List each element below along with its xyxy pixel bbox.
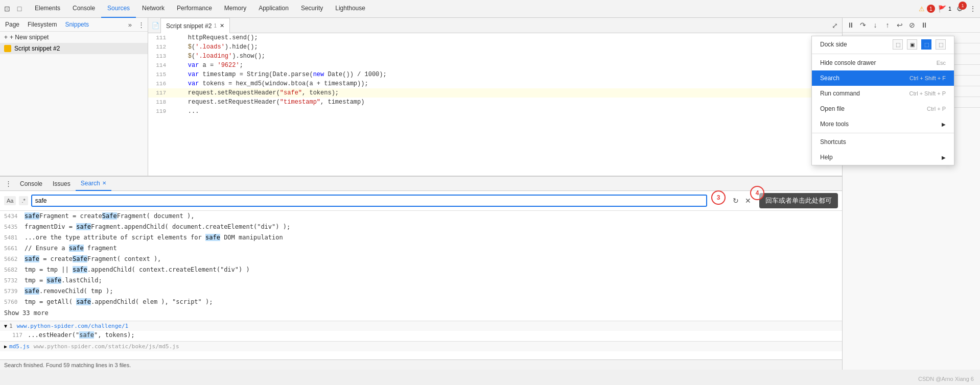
result-line-5434[interactable]: 5434 safeFragment = createSafeFragment( … (0, 211, 842, 222)
async-icon[interactable]: ⏸ (919, 20, 929, 30)
more-tabs-icon[interactable]: » (128, 21, 132, 29)
bottom-panel-drag-icon[interactable]: ⋮ (2, 180, 15, 187)
result-line-5739[interactable]: 5739 safe.removeChild( tmp ); (0, 286, 842, 297)
search-actions: ↻ ✕ (731, 196, 753, 206)
close-tab-icon[interactable]: ✕ (220, 22, 224, 29)
tab-security[interactable]: Security (295, 0, 329, 18)
code-line-119: 119 ... (148, 107, 842, 116)
device-icon[interactable]: □ (14, 4, 25, 14)
file-result-2-arrow-icon: ▶ (4, 344, 7, 349)
toolbar-icons-left: ⊡ □ (2, 4, 25, 14)
search-results[interactable]: 5434 safeFragment = createSafeFragment( … (0, 211, 842, 359)
show-more-button[interactable]: Show 33 more (0, 307, 842, 319)
more-tools-arrow-icon: ▶ (942, 122, 946, 127)
left-panel-tabs: Page Filesystem Snippets » ⋮ (0, 18, 148, 32)
hide-console-item[interactable]: Hide console drawer Esc (812, 55, 954, 70)
close-search-tab-icon[interactable]: ✕ (102, 180, 106, 186)
main-toolbar: ⊡ □ Elements Console Sources Network Per… (0, 0, 980, 18)
tab-snippets[interactable]: Snippets (63, 20, 91, 29)
annotation-3: 3 (711, 190, 726, 205)
result-line-5732[interactable]: 5732 tmp = safe.lastChild; (0, 275, 842, 286)
search-item[interactable]: Search Ctrl + Shift + F (812, 70, 954, 86)
run-command-item[interactable]: Run command Ctrl + Shift + P (812, 86, 954, 101)
tab-search-bottom[interactable]: Search ✕ (76, 177, 111, 191)
maximize-icon[interactable]: ⤢ (830, 20, 840, 31)
main-layout: Page Filesystem Snippets » ⋮ + + New sni… (0, 18, 980, 370)
search-input-wrap: 3 (31, 195, 707, 207)
help-item[interactable]: Help ▶ (812, 150, 954, 165)
tab-elements[interactable]: Elements (29, 0, 66, 18)
editor-tab-snippet[interactable]: Script snippet #2 1 ✕ (160, 18, 230, 33)
tab-memory[interactable]: Memory (218, 0, 252, 18)
bottom-status: Search finished. Found 59 matching lines… (0, 359, 842, 370)
result-line-5682[interactable]: 5682 tmp = tmp || safe.appendChild( cont… (0, 264, 842, 275)
snippet-icon (4, 45, 11, 52)
deactivate-icon[interactable]: ⊘ (907, 20, 917, 30)
add-snippet-button[interactable]: + + New snippet (0, 32, 148, 43)
file-result-1-match[interactable]: 117 ...estHeader("safe", tokens); (0, 331, 842, 339)
dock-side-row: Dock side ⬚ ▣ ⬚ ⬚ (812, 36, 954, 53)
warning-icon: ⚠ (919, 5, 925, 13)
dock-bottom-icon[interactable]: ⬚ (921, 39, 931, 50)
tab-network[interactable]: Network (136, 0, 171, 18)
refresh-search-button[interactable]: ↻ (731, 196, 741, 206)
settings-badge: 1 (959, 2, 967, 10)
shortcuts-item[interactable]: Shortcuts (812, 134, 954, 150)
tab-filesystem[interactable]: Filesystem (26, 20, 59, 29)
match-case-button[interactable]: Aa (4, 196, 16, 205)
step-into-icon[interactable]: ↓ (870, 20, 880, 30)
file-result-1-header[interactable]: ▼ 1 www.python-spider.com/challenge/1 (0, 321, 842, 331)
info-icon: 🚩 (938, 5, 946, 13)
dock-icons: ⬚ ▣ ⬚ ⬚ (893, 39, 946, 50)
file-result-1: ▼ 1 www.python-spider.com/challenge/1 11… (0, 321, 842, 339)
result-line-5662[interactable]: 5662 safe = createSafeFragment( context … (0, 254, 842, 264)
more-options-icon[interactable]: ⋮ (968, 4, 978, 14)
file-icon[interactable]: 📄 (150, 20, 160, 31)
bottom-tabs: ⋮ Console Issues Search ✕ (0, 177, 842, 191)
search-input[interactable] (31, 195, 707, 207)
pause-icon[interactable]: ⏸ (846, 20, 856, 30)
help-arrow-icon: ▶ (942, 155, 946, 160)
panel-more-icon[interactable]: ⋮ (138, 21, 145, 29)
result-line-5661[interactable]: 5661 // Ensure a safe fragment (0, 243, 842, 254)
tab-lighthouse[interactable]: Lighthouse (329, 0, 371, 18)
code-line-118: 118 request.setRequestHeader("timestamp"… (148, 98, 842, 107)
step-out-icon[interactable]: ↑ (882, 20, 893, 30)
tab-console-bottom[interactable]: Console (15, 177, 48, 191)
search-tooltip: 回车或者单击此处都可 (759, 193, 838, 208)
dock-separate-icon[interactable]: ⬚ (893, 39, 903, 50)
file-result-2: ▶ md5.js www.python-spider.com/static/bo… (0, 341, 842, 351)
tab-issues-bottom[interactable]: Issues (48, 177, 76, 191)
bottom-panel: ⋮ Console Issues Search ✕ Aa .* 3 (0, 176, 842, 370)
regex-button[interactable]: .* (19, 196, 28, 205)
result-line-5435[interactable]: 5435 fragmentDiv = safeFragment.appendCh… (0, 222, 842, 232)
annotation-4: 4 (750, 186, 764, 200)
tab-performance[interactable]: Performance (171, 0, 218, 18)
right-panel-toolbar: ⏸ ↷ ↓ ↑ ↩ ⊘ ⏸ (843, 18, 980, 33)
tab-application[interactable]: Application (252, 0, 295, 18)
step-over-icon[interactable]: ↷ (858, 20, 868, 30)
file-result-2-header[interactable]: ▶ md5.js www.python-spider.com/static/bo… (0, 342, 842, 351)
settings-icon[interactable]: ⚙ 1 (954, 4, 965, 14)
dock-left-icon[interactable]: ▣ (907, 39, 917, 50)
toolbar-icons-right: ⚠ 1 🚩 1 ⚙ 1 ⋮ (919, 4, 978, 14)
code-line-114: 114 var a = '9622'; (148, 61, 842, 70)
tab-console[interactable]: Console (66, 0, 101, 18)
code-line-117: 117 request.setRequestHeader("safe", tok… (148, 88, 842, 98)
pointer-icon[interactable]: ⊡ (2, 4, 12, 14)
more-tools-item[interactable]: More tools ▶ (812, 116, 954, 132)
result-line-5760[interactable]: 5760 tmp = getAll( safe.appendChild( ele… (0, 297, 842, 307)
open-file-item[interactable]: Open file Ctrl + P (812, 101, 954, 116)
editor-tabbar: 📄 Script snippet #2 1 ✕ ⤢ (148, 18, 842, 33)
code-line-115: 115 var timestamp = String(Date.parse(ne… (148, 70, 842, 79)
tab-sources[interactable]: Sources (101, 0, 136, 18)
step-icon[interactable]: ↩ (895, 20, 905, 30)
result-line-5481[interactable]: 5481 ...ore the type attribute of script… (0, 232, 842, 243)
code-line-113: 113 $('.loading').show(); (148, 52, 842, 61)
code-line-116: 116 var tokens = hex_md5(window.btoa(a +… (148, 79, 842, 88)
tab-page[interactable]: Page (3, 20, 21, 29)
snippet-item[interactable]: Script snippet #2 (0, 43, 148, 54)
dock-right-icon[interactable]: ⬚ (936, 39, 946, 50)
search-bar: Aa .* 3 ↻ ✕ 回车或者单击此处都可 4 (0, 191, 842, 211)
menu-divider-2 (812, 133, 954, 133)
